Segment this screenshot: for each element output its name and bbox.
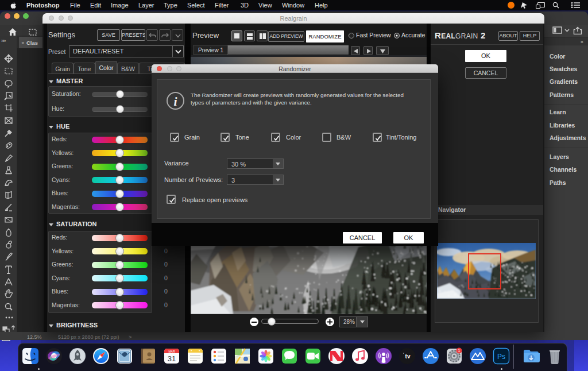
svg-text:Ps: Ps [497, 353, 505, 361]
svg-text:tv: tv [405, 353, 411, 360]
svg-text:1: 1 [458, 349, 461, 353]
svg-text:MAR: MAR [168, 350, 175, 353]
svg-text:31: 31 [168, 354, 176, 363]
